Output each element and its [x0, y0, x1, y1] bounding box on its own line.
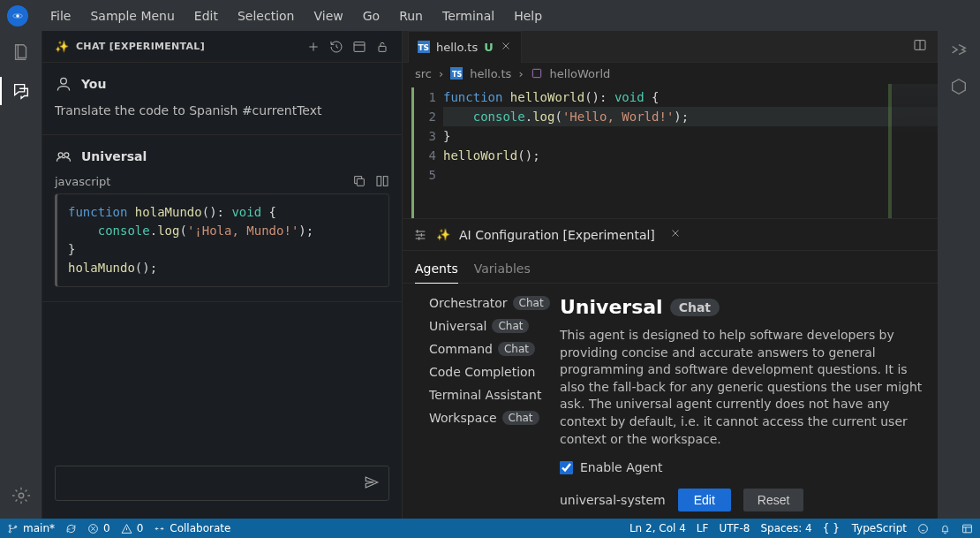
agent-terminal-assistant[interactable]: Terminal Assistant	[429, 388, 553, 402]
svg-point-13	[9, 525, 11, 527]
code-content[interactable]: function helloWorld(): void { console.lo…	[443, 87, 938, 218]
svg-rect-12	[532, 69, 540, 77]
explorer-icon[interactable]	[7, 38, 35, 66]
close-panel-icon[interactable]	[664, 227, 682, 242]
typescript-icon: TS	[450, 67, 463, 80]
agent-command[interactable]: CommandChat	[429, 342, 553, 356]
sync-status[interactable]	[65, 523, 77, 534]
chat-icon[interactable]	[7, 77, 35, 105]
svg-point-0	[16, 14, 19, 18]
menu-view[interactable]: View	[305, 4, 351, 28]
feedback-icon[interactable]	[917, 523, 929, 534]
agent-code-completion[interactable]: Code Completion	[429, 365, 553, 379]
menu-terminal[interactable]: Terminal	[434, 4, 502, 28]
svg-point-6	[58, 153, 63, 157]
insert-code-icon[interactable]	[375, 174, 389, 188]
tab-agents[interactable]: Agents	[415, 256, 458, 284]
collaborate-status[interactable]: Collaborate	[154, 522, 230, 534]
errors-status[interactable]: 0	[87, 522, 110, 534]
tab-hello-ts[interactable]: TS hello.ts U	[408, 31, 522, 62]
menu-edit[interactable]: Edit	[186, 4, 226, 28]
layout-icon[interactable]	[961, 523, 973, 534]
split-editor-icon[interactable]	[913, 38, 938, 62]
menu-go[interactable]: Go	[355, 4, 388, 28]
svg-rect-8	[357, 178, 364, 186]
tab-name: hello.ts	[436, 41, 478, 54]
hexagon-icon[interactable]	[949, 77, 969, 96]
enable-agent-checkbox[interactable]: Enable Agent	[560, 460, 923, 474]
system-prompt-name: universal-system	[560, 493, 666, 507]
svg-rect-18	[963, 525, 972, 533]
eol-status[interactable]: LF	[697, 522, 709, 534]
lock-icon[interactable]	[375, 40, 389, 54]
menu-file[interactable]: File	[42, 4, 79, 28]
agent-detail-title: UniversalChat	[560, 296, 923, 318]
breadcrumb-folder[interactable]: src	[415, 67, 432, 80]
menu-help[interactable]: Help	[506, 4, 550, 28]
agent-message: Universal javascript function holaMundo(…	[42, 135, 402, 302]
copy-code-icon[interactable]	[352, 174, 366, 188]
menu-run[interactable]: Run	[391, 4, 431, 28]
title-bar: File Sample Menu Edit Selection View Go …	[0, 0, 980, 31]
edit-button[interactable]: Edit	[678, 489, 731, 511]
typescript-icon: TS	[418, 41, 430, 53]
app-logo	[7, 5, 28, 27]
status-bar: main* 0 0 Collaborate Ln 2, Col 4 LF UTF…	[0, 519, 980, 538]
settings-gear-icon[interactable]	[7, 481, 35, 510]
svg-point-7	[64, 153, 69, 157]
agent-description: This agent is designed to help software …	[560, 327, 923, 448]
right-activity-bar	[938, 31, 980, 519]
user-label: You	[81, 77, 106, 91]
warnings-status[interactable]: 0	[121, 522, 144, 534]
editor-area: TS hello.ts U src › TS hello.ts › helloW…	[403, 31, 938, 519]
chat-panel: ✨ CHAT [EXPERIMENTAL] You Translate the …	[42, 31, 403, 519]
minimap[interactable]	[888, 84, 938, 218]
symbol-function-icon	[531, 67, 543, 80]
svg-rect-3	[354, 42, 365, 51]
agent-universal[interactable]: UniversalChat	[429, 319, 553, 333]
branch-status[interactable]: main*	[7, 522, 55, 534]
code-block: function holaMundo(): void { console.log…	[55, 193, 389, 287]
panel-layout-icon[interactable]	[352, 40, 366, 54]
agent-icon	[55, 148, 72, 165]
chat-header: ✨ CHAT [EXPERIMENTAL]	[42, 31, 402, 63]
svg-point-17	[919, 524, 928, 533]
breadcrumb-symbol[interactable]: helloWorld	[550, 67, 611, 80]
menu-selection[interactable]: Selection	[230, 4, 303, 28]
breadcrumb-file[interactable]: hello.ts	[470, 67, 511, 80]
enable-agent-input[interactable]	[560, 461, 573, 474]
ai-chat-icon[interactable]	[949, 42, 969, 61]
language-status[interactable]: { } TypeScript	[823, 522, 907, 534]
ai-tabs: Agents Variables	[403, 251, 938, 284]
chat-input[interactable]	[55, 466, 389, 501]
user-message-text: Translate the code to Spanish #currentTe…	[55, 102, 389, 120]
svg-point-2	[19, 493, 24, 498]
close-tab-icon[interactable]	[500, 40, 512, 55]
history-icon[interactable]	[329, 40, 343, 54]
breadcrumb[interactable]: src › TS hello.ts › helloWorld	[403, 63, 938, 84]
new-chat-icon[interactable]	[306, 40, 320, 54]
code-editor[interactable]: 12345 function helloWorld(): void { cons…	[403, 84, 938, 218]
svg-point-14	[9, 530, 11, 532]
activity-bar	[0, 31, 42, 519]
svg-point-5	[61, 78, 67, 84]
encoding-status[interactable]: UTF-8	[719, 522, 750, 534]
agent-orchestrator[interactable]: OrchestratorChat	[429, 296, 553, 310]
user-icon	[55, 75, 72, 93]
svg-rect-4	[379, 46, 386, 51]
tab-variables[interactable]: Variables	[474, 256, 531, 283]
reset-button[interactable]: Reset	[743, 489, 804, 511]
indent-status[interactable]: Spaces: 4	[760, 522, 811, 534]
menu-sample[interactable]: Sample Menu	[82, 4, 182, 28]
agent-list: OrchestratorChat UniversalChat CommandCh…	[403, 284, 553, 519]
tab-bar: TS hello.ts U	[403, 31, 938, 63]
agent-workspace[interactable]: WorkspaceChat	[429, 411, 553, 425]
cursor-position[interactable]: Ln 2, Col 4	[629, 522, 686, 534]
tab-modified-badge: U	[484, 41, 494, 54]
bell-icon[interactable]	[939, 523, 951, 534]
user-message: You Translate the code to Spanish #curre…	[42, 63, 402, 135]
sparkle-icon: ✨	[55, 40, 69, 53]
svg-rect-10	[383, 177, 388, 186]
send-icon[interactable]	[364, 474, 380, 493]
line-gutter: 12345	[411, 87, 443, 218]
